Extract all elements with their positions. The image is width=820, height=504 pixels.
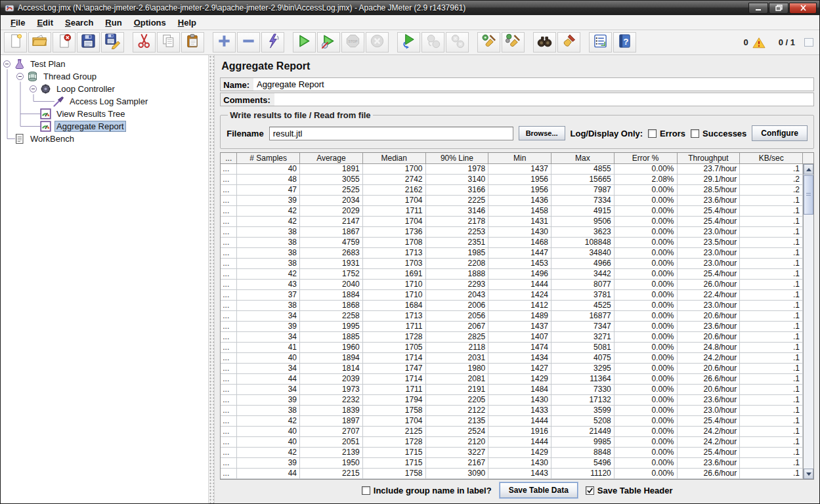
table-row[interactable]: ...34197317112191148473300.00%20.6/hour.…: [221, 385, 813, 395]
table-row[interactable]: ...42189717042135144452080.00%25.4/hour.…: [221, 416, 813, 427]
vertical-scrollbar[interactable]: [803, 164, 813, 479]
comments-input[interactable]: [274, 93, 813, 106]
scroll-thumb[interactable]: [804, 175, 813, 215]
column-header[interactable]: # Samples: [237, 153, 300, 164]
menu-run[interactable]: Run: [99, 16, 127, 29]
tree-item-view-results-tree[interactable]: View Results Tree: [1, 108, 208, 120]
table-row[interactable]: ...442039171420811429113640.00%26.6/hour…: [221, 374, 813, 385]
remote-start-all-button[interactable]: [397, 32, 420, 52]
save-button[interactable]: [77, 32, 100, 52]
tree-item-thread-group[interactable]: Thread Group: [1, 70, 208, 83]
menu-search[interactable]: Search: [59, 16, 99, 29]
table-row[interactable]: ...3847591708235114681088480.00%23.5/hou…: [221, 238, 813, 248]
tree-item-label: Aggregate Report: [54, 121, 126, 132]
table-row[interactable]: ...40205117282120144499850.00%24.2/hour.…: [221, 437, 813, 448]
table-row[interactable]: ...37188417102043142437810.00%22.4/hour.…: [221, 290, 813, 301]
column-header[interactable]: Max: [551, 153, 615, 164]
menu-options[interactable]: Options: [128, 16, 172, 29]
save-as-button[interactable]: [101, 32, 124, 52]
clear-all-button[interactable]: [502, 32, 525, 52]
table-row[interactable]: ...38186717362253143036230.00%23.0/hour.…: [221, 227, 813, 238]
table-row[interactable]: ...38183917582122143335990.00%23.0/hour.…: [221, 406, 813, 416]
tree-collapse-handle[interactable]: [3, 60, 11, 68]
table-cell: ...: [221, 458, 237, 469]
table-row[interactable]: ...38186816842006141245250.00%23.0/hour.…: [221, 301, 813, 311]
table-cell: 2205: [426, 395, 489, 406]
tree-item-test-plan[interactable]: Test Plan: [1, 58, 208, 70]
column-header[interactable]: Error %: [615, 153, 678, 164]
tree-item-workbench[interactable]: WorkBench: [1, 133, 208, 145]
browse-button[interactable]: Browse...: [519, 126, 565, 140]
table-row[interactable]: ...43204017102293144480770.00%26.0/hour.…: [221, 280, 813, 290]
table-row[interactable]: ...34181417471980142732950.00%20.6/hour.…: [221, 364, 813, 374]
table-row[interactable]: ...39199517112067143773470.00%23.6/hour.…: [221, 322, 813, 332]
errors-checkbox[interactable]: [648, 129, 657, 138]
menu-edit[interactable]: Edit: [31, 16, 59, 29]
table-row[interactable]: ...47252521623166195679870.00%28.5/hour.…: [221, 185, 813, 196]
table-row[interactable]: ...42214717042178143195060.00%25.4/hour.…: [221, 217, 813, 227]
table-row[interactable]: ...483055274231401956156652.08%29.1/hour…: [221, 175, 813, 185]
save-table-header-checkbox[interactable]: [586, 486, 594, 495]
table-row[interactable]: ...34188517282825140732710.00%20.6/hour.…: [221, 332, 813, 343]
tree-collapse-handle[interactable]: [30, 85, 37, 93]
column-header[interactable]: KB/sec: [740, 153, 803, 164]
filename-input[interactable]: [269, 127, 513, 140]
table-row[interactable]: ...42213917153227142988480.00%25.4/hour.…: [221, 448, 813, 458]
table-row[interactable]: ...39195017152167143054960.00%23.6/hour.…: [221, 458, 813, 469]
copy-button[interactable]: [157, 32, 180, 52]
column-header[interactable]: Min: [488, 153, 551, 164]
tree-item-aggregate-report[interactable]: Aggregate Report: [1, 120, 208, 133]
remove-button[interactable]: [237, 32, 260, 52]
name-input[interactable]: [253, 78, 813, 91]
column-header[interactable]: Median: [363, 153, 426, 164]
save-table-data-button[interactable]: Save Table Data: [500, 482, 578, 498]
split-pane-divider[interactable]: [208, 55, 215, 504]
start-no-timers-button[interactable]: [317, 32, 340, 52]
include-group-name-checkbox[interactable]: [362, 486, 370, 495]
tree-item-access-log-sampler[interactable]: Access Log Sampler: [1, 95, 208, 108]
menu-file[interactable]: File: [5, 16, 31, 29]
table-row[interactable]: ...392232179422051430171320.00%23.6/hour…: [221, 395, 813, 406]
table-row[interactable]: ...442215175830901443111200.00%26.6/hour…: [221, 469, 813, 479]
new-file-button[interactable]: [4, 32, 27, 52]
warning-icon[interactable]: [752, 37, 766, 49]
add-button[interactable]: [213, 32, 236, 52]
table-row[interactable]: ...42202917113146145849150.00%25.4/hour.…: [221, 206, 813, 217]
table-cell: 38: [237, 248, 300, 259]
scroll-down-button[interactable]: [804, 469, 813, 479]
search-reset-button[interactable]: [557, 32, 580, 52]
column-header[interactable]: ...: [221, 153, 237, 164]
tree-collapse-handle[interactable]: [16, 73, 24, 80]
table-row[interactable]: ...40189417142031143440750.00%24.2/hour.…: [221, 353, 813, 364]
menu-help[interactable]: Help: [172, 16, 202, 29]
column-header[interactable]: 90% Line: [426, 153, 489, 164]
close-button[interactable]: [789, 3, 817, 14]
close-file-button[interactable]: [53, 32, 76, 52]
table-row[interactable]: ...382683171319851447348400.00%23.0/hour…: [221, 248, 813, 259]
table-row[interactable]: ...39203417042225143673340.00%23.6/hour.…: [221, 196, 813, 206]
table-row[interactable]: ...42175216911888149634420.00%25.4/hour.…: [221, 269, 813, 280]
toggle-button[interactable]: [261, 32, 284, 52]
table-row[interactable]: ...41196017052118147450810.00%24.8/hour.…: [221, 343, 813, 353]
clear-button[interactable]: [477, 32, 500, 52]
maximize-button[interactable]: [769, 3, 788, 14]
table-row[interactable]: ...342258171320561489168770.00%20.6/hour…: [221, 311, 813, 322]
help-button[interactable]: ?: [613, 32, 636, 52]
search-button[interactable]: [533, 32, 556, 52]
minimize-button[interactable]: [748, 3, 768, 14]
scroll-up-button[interactable]: [804, 164, 813, 175]
function-helper-button[interactable]: [589, 32, 612, 52]
table-row[interactable]: ...38193117032208145349660.00%23.0/hour.…: [221, 259, 813, 269]
table-row[interactable]: ...40189117001978143748550.00%23.7/hour.…: [221, 164, 813, 175]
start-button[interactable]: [293, 32, 316, 52]
column-header[interactable]: Average: [300, 153, 363, 164]
table-row[interactable]: ...402707212525241916214490.00%24.2/hour…: [221, 427, 813, 437]
cut-button[interactable]: [133, 32, 156, 52]
shutdown-icon: [369, 33, 385, 52]
successes-checkbox[interactable]: [691, 129, 699, 138]
open-file-button[interactable]: [28, 32, 51, 52]
tree-item-loop-controller[interactable]: Loop Controller: [1, 83, 208, 95]
column-header[interactable]: Throughput: [678, 153, 741, 164]
paste-button[interactable]: [181, 32, 204, 52]
configure-button[interactable]: Configure: [752, 125, 808, 141]
